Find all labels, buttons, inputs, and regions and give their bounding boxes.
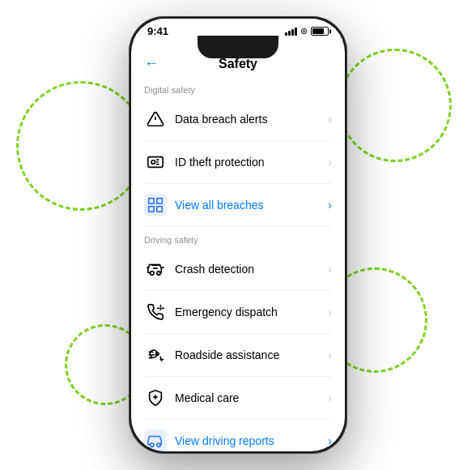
emergency-dispatch-label: Emergency dispatch [175, 306, 328, 318]
svg-point-3 [151, 160, 155, 164]
svg-point-17 [151, 443, 155, 447]
medical-arrow: › [328, 391, 332, 404]
back-button[interactable]: ← [144, 55, 159, 72]
list-item-medical[interactable]: Medical care › [144, 377, 332, 420]
car-crash-icon [144, 258, 167, 280]
svg-point-8 [151, 271, 155, 276]
svg-rect-5 [157, 199, 162, 203]
content-area: Digital safety Data breach alerts › [131, 79, 345, 451]
deco-circle-top-right [338, 49, 452, 162]
svg-point-9 [157, 271, 161, 276]
shield-medical-icon [144, 387, 167, 409]
svg-point-18 [157, 443, 161, 447]
car-report-icon [144, 429, 167, 451]
wifi-icon: ⊛ [300, 26, 308, 36]
svg-rect-6 [149, 207, 154, 212]
nav-bar: ← Safety [131, 52, 345, 79]
grid-icon [144, 194, 167, 216]
list-item-crash-detection[interactable]: Crash detection › [144, 248, 332, 291]
data-breach-arrow: › [328, 113, 332, 126]
section-label-digital: Digital safety [144, 85, 332, 95]
section-label-driving: Driving safety [144, 235, 332, 245]
roadside-label: Roadside assistance [175, 348, 328, 361]
status-icons: ⊛ [285, 26, 329, 36]
id-theft-label: ID theft protection [175, 156, 328, 169]
list-item-view-breaches[interactable]: View all breaches › [144, 184, 332, 227]
id-theft-arrow: › [328, 156, 332, 169]
medical-label: Medical care [175, 391, 328, 404]
view-driving-arrow: › [328, 434, 332, 447]
emergency-dispatch-arrow: › [328, 306, 332, 318]
svg-rect-4 [149, 199, 154, 203]
list-item-data-breach[interactable]: Data breach alerts › [144, 98, 332, 141]
roadside-arrow: › [328, 348, 332, 361]
list-item-roadside[interactable]: Roadside assistance › [144, 334, 332, 377]
crash-detection-label: Crash detection [175, 263, 328, 276]
battery-icon [311, 27, 329, 36]
list-item-id-theft[interactable]: ID theft protection › [144, 141, 332, 184]
phone-screen: 9:41 ⊛ ← Safety Di [131, 19, 345, 451]
deco-circle-top-left [16, 81, 146, 211]
status-time: 9:41 [147, 25, 168, 37]
page-title: Safety [219, 57, 257, 71]
data-breach-label: Data breach alerts [175, 113, 328, 126]
list-item-emergency-dispatch[interactable]: Emergency dispatch › [144, 291, 332, 334]
phone-emergency-icon [144, 301, 167, 323]
phone-shell: 9:41 ⊛ ← Safety Di [129, 16, 347, 454]
svg-rect-7 [157, 207, 162, 212]
warning-icon [144, 108, 167, 130]
roadside-icon [144, 344, 167, 366]
view-driving-label: View driving reports [175, 434, 328, 447]
view-breaches-label: View all breaches [175, 199, 328, 212]
list-item-view-driving[interactable]: View driving reports › [144, 420, 332, 451]
crash-detection-arrow: › [328, 263, 332, 276]
view-breaches-arrow: › [328, 199, 332, 212]
id-icon [144, 151, 167, 173]
signal-icon [285, 28, 297, 36]
